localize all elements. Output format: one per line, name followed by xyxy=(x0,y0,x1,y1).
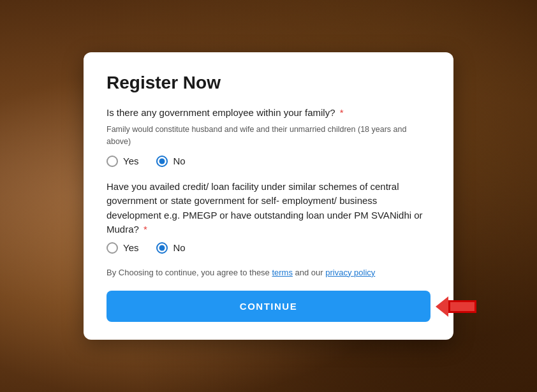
question2-yes-label[interactable]: Yes xyxy=(107,242,138,254)
arrow-annotation xyxy=(436,296,476,317)
question1-hint: Family would constitute husband and wife… xyxy=(107,124,430,148)
question2-block: Have you availed credit/ loan facility u… xyxy=(107,180,430,254)
required-star-2: * xyxy=(141,224,147,235)
button-wrapper: CONTINUE xyxy=(107,291,430,322)
question1-text: Is there any government employee within … xyxy=(107,106,430,120)
question1-no-text: No xyxy=(173,156,185,166)
question1-yes-label[interactable]: Yes xyxy=(107,156,138,167)
modal-title: Register Now xyxy=(107,73,430,93)
register-modal: Register Now Is there any government emp… xyxy=(84,52,453,340)
continue-button[interactable]: CONTINUE xyxy=(107,291,430,322)
question2-no-radio[interactable] xyxy=(156,242,168,254)
question1-no-label[interactable]: No xyxy=(156,156,185,167)
question2-no-text: No xyxy=(173,242,185,253)
question1-yes-text: Yes xyxy=(123,156,138,166)
arrow-head-icon xyxy=(436,296,448,317)
terms-link[interactable]: terms xyxy=(272,268,293,277)
question1-no-radio[interactable] xyxy=(156,156,168,167)
privacy-policy-link[interactable]: privacy policy xyxy=(325,268,375,277)
required-star-1: * xyxy=(337,107,344,118)
question1-block: Is there any government employee within … xyxy=(107,106,430,167)
arrow-body xyxy=(448,300,476,313)
terms-text: By Choosing to continue, you agree to th… xyxy=(107,266,430,280)
question2-yes-radio[interactable] xyxy=(107,242,118,254)
question1-yes-radio[interactable] xyxy=(107,156,118,167)
question1-radio-group: Yes No xyxy=(107,156,430,167)
question2-text: Have you availed credit/ loan facility u… xyxy=(107,180,430,237)
question2-yes-text: Yes xyxy=(123,242,138,253)
question2-no-label[interactable]: No xyxy=(156,242,185,254)
question2-radio-group: Yes No xyxy=(107,242,430,254)
